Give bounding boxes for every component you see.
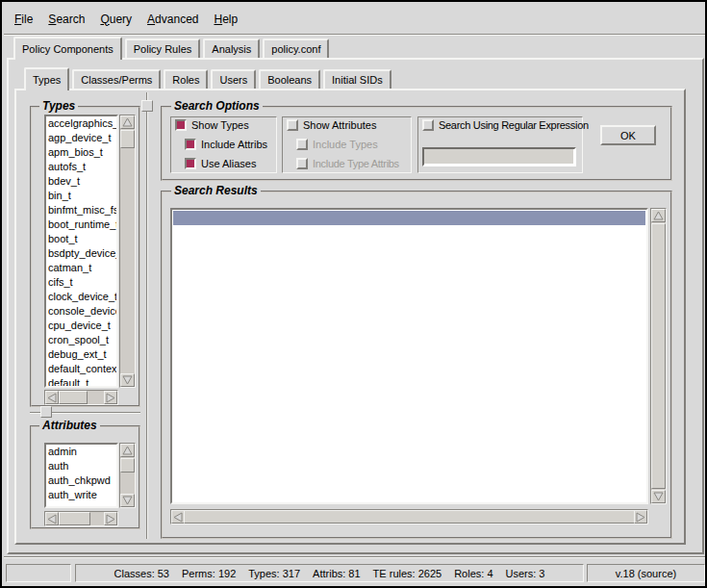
checkbox-checked-icon <box>175 119 187 131</box>
show-types-checkbox[interactable]: Show Types <box>175 118 249 132</box>
scrollbar-thumb[interactable] <box>184 510 635 524</box>
list-item[interactable]: autofs_t <box>48 160 116 174</box>
scroll-left-button[interactable] <box>171 510 185 524</box>
scroll-down-button[interactable] <box>120 373 135 387</box>
checkbox-label: Use Aliases <box>201 158 256 169</box>
component-tab-bar: Types Classes/Perms Roles Users Booleans… <box>14 67 686 90</box>
attributes-vertical-scrollbar[interactable] <box>119 443 136 508</box>
scrollbar-thumb[interactable] <box>120 130 135 148</box>
results-horizontal-scrollbar[interactable] <box>170 509 648 524</box>
menu-search[interactable]: Search <box>48 13 85 26</box>
scroll-down-icon <box>122 496 133 505</box>
results-textarea[interactable] <box>170 208 648 504</box>
sash-handle[interactable] <box>141 100 153 112</box>
scroll-up-button[interactable] <box>120 115 135 129</box>
list-item[interactable]: default_context <box>48 362 116 376</box>
subtab-initial-sids[interactable]: Initial SIDs <box>323 69 391 89</box>
include-attribs-checkbox[interactable]: Include Attribs <box>185 138 267 151</box>
show-attributes-checkbox[interactable]: Show Attributes <box>287 118 376 132</box>
list-item[interactable]: agp_device_t <box>48 131 116 145</box>
subtab-booleans[interactable]: Booleans <box>259 69 320 89</box>
checkbox-label: Include Type Attribs <box>313 158 399 169</box>
scroll-down-button[interactable] <box>120 494 135 507</box>
checkbox-unchecked-icon <box>422 119 434 131</box>
status-perms: Perms: 192 <box>182 568 236 579</box>
status-left-panel <box>6 564 71 582</box>
list-item[interactable]: auth <box>48 459 116 473</box>
status-classes: Classes: 53 <box>114 568 169 579</box>
types-vertical-scrollbar[interactable] <box>119 115 136 388</box>
list-item[interactable]: auth_write <box>48 488 116 502</box>
attributes-horizontal-scrollbar[interactable] <box>44 511 118 526</box>
attributes-listbox[interactable]: adminauthauth_chkpwdauth_write <box>44 443 118 508</box>
menu-query[interactable]: Query <box>100 13 132 26</box>
menu-advanced[interactable]: Advanced <box>147 13 198 26</box>
checkbox-unchecked-icon <box>296 158 308 169</box>
scroll-right-button[interactable] <box>104 512 117 525</box>
tab-analysis[interactable]: Analysis <box>203 38 260 58</box>
subtab-users[interactable]: Users <box>211 69 256 89</box>
scrollbar-thumb[interactable] <box>120 458 135 473</box>
scroll-up-icon <box>653 211 664 220</box>
menu-file[interactable]: File <box>14 13 33 26</box>
scroll-right-icon <box>106 393 115 403</box>
scroll-left-button[interactable] <box>45 512 59 525</box>
subtab-types[interactable]: Types <box>24 67 69 90</box>
subtab-classes-perms[interactable]: Classes/Perms <box>72 69 161 89</box>
subtab-roles[interactable]: Roles <box>164 69 208 89</box>
list-item[interactable]: default_t <box>48 376 116 388</box>
include-types-checkbox: Include Types <box>296 138 378 151</box>
list-item[interactable]: catman_t <box>48 261 116 275</box>
scrollbar-thumb[interactable] <box>59 512 90 525</box>
list-item[interactable]: bin_t <box>48 189 116 203</box>
ok-button[interactable]: OK <box>600 125 656 145</box>
list-item[interactable]: bdev_t <box>48 174 116 189</box>
list-item[interactable]: debug_ext_t <box>48 347 116 362</box>
list-item[interactable]: cpu_device_t <box>48 319 116 333</box>
types-horizontal-scrollbar[interactable] <box>44 390 118 405</box>
tab-policy-rules[interactable]: Policy Rules <box>125 38 201 58</box>
list-item[interactable]: clock_device_t <box>48 290 116 304</box>
list-item[interactable]: bsdpty_device_ <box>48 246 116 261</box>
tab-policy-components[interactable]: Policy Components <box>13 37 122 60</box>
regex-checkbox[interactable]: Search Using Regular Expression <box>422 118 589 132</box>
checkbox-unchecked-icon <box>287 119 298 131</box>
sash-handle[interactable] <box>40 406 52 418</box>
include-type-attribs-checkbox: Include Type Attribs <box>296 157 399 170</box>
scroll-up-button[interactable] <box>120 444 135 457</box>
scroll-up-button[interactable] <box>651 209 666 222</box>
checkbox-unchecked-icon <box>296 139 308 150</box>
list-item[interactable]: console_device <box>48 304 116 319</box>
list-item[interactable]: cifs_t <box>48 275 116 290</box>
list-item[interactable]: apm_bios_t <box>48 145 116 160</box>
pane-sash-vertical[interactable] <box>146 92 147 539</box>
list-item[interactable]: accelgraphics_e <box>48 116 116 131</box>
scroll-down-icon <box>122 375 133 385</box>
status-roles: Roles: 4 <box>454 568 492 579</box>
use-aliases-checkbox[interactable]: Use Aliases <box>185 157 256 170</box>
scrollbar-thumb[interactable] <box>651 223 666 489</box>
scroll-left-button[interactable] <box>45 391 59 404</box>
search-results-groupbox-label: Search Results <box>171 184 261 197</box>
types-listbox[interactable]: accelgraphics_eagp_device_tapm_bios_taut… <box>44 115 118 388</box>
results-vertical-scrollbar[interactable] <box>650 208 667 504</box>
list-item[interactable]: cron_spool_t <box>48 333 116 347</box>
scroll-right-button[interactable] <box>104 391 117 404</box>
list-item[interactable]: binfmt_misc_fs <box>48 203 116 217</box>
scroll-right-button[interactable] <box>634 510 647 524</box>
menu-help[interactable]: Help <box>214 13 238 26</box>
scroll-right-icon <box>106 514 115 524</box>
search-options-groupbox-label: Search Options <box>171 99 263 113</box>
scroll-down-icon <box>653 492 664 501</box>
tab-policy-conf[interactable]: policy.conf <box>263 38 329 58</box>
list-item[interactable]: boot_t <box>48 232 116 246</box>
statusbar: Classes: 53 Perms: 192 Types: 317 Attrib… <box>4 556 707 588</box>
list-item[interactable]: auth_chkpwd <box>48 473 116 488</box>
scrollbar-thumb[interactable] <box>59 391 88 404</box>
list-item[interactable]: boot_runtime_t <box>48 217 116 232</box>
checkbox-label: Show Types <box>191 119 249 131</box>
regex-input[interactable] <box>422 147 576 166</box>
list-item[interactable]: admin <box>48 445 116 459</box>
scroll-left-icon <box>173 512 183 523</box>
scroll-down-button[interactable] <box>651 490 666 503</box>
